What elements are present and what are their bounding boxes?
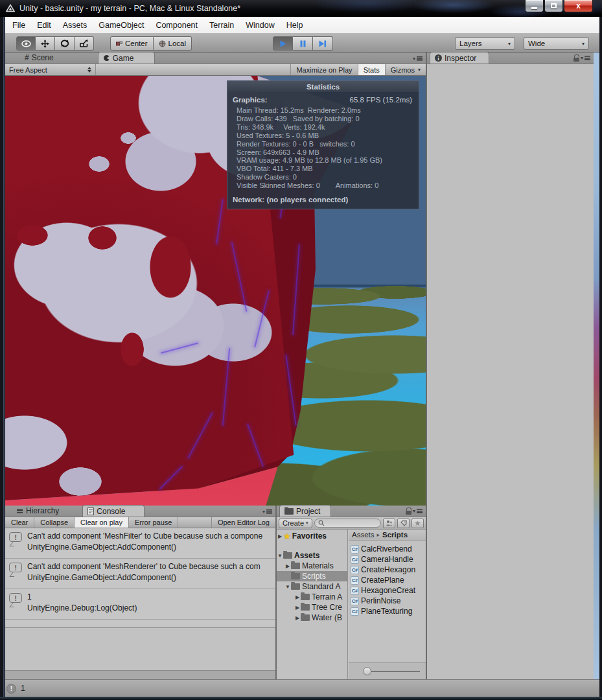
search-by-type-button[interactable] xyxy=(383,519,395,528)
tree-item-assets[interactable]: ▼ Assets xyxy=(277,550,347,561)
script-item[interactable]: C# PerlinNoise xyxy=(349,596,426,606)
console-message-row[interactable]: ! 1 UnityEngine.Debug:Log(Object) xyxy=(5,589,275,620)
project-file-list: Assets ▸ Scripts C# CalcRiverbend C# Cam… xyxy=(349,530,426,679)
lock-icon[interactable] xyxy=(406,508,411,515)
status-bar[interactable]: ! 1 xyxy=(1,679,601,697)
clear-on-play-label: Clear on play xyxy=(80,519,122,526)
menu-bars-icon xyxy=(417,509,423,513)
tab-project[interactable]: Project xyxy=(279,505,331,517)
console-message-row[interactable]: ! Can't add component 'MeshRenderer' to … xyxy=(5,559,275,589)
inspector-panel-menu[interactable]: ▾ xyxy=(573,54,594,64)
aspect-dropdown[interactable]: Free Aspect xyxy=(5,64,96,75)
tree-item-materials[interactable]: ▶ Materials xyxy=(277,561,347,571)
game-panel-menu[interactable]: ▾ xyxy=(413,56,426,64)
pivot-toggle-button[interactable]: Center xyxy=(110,36,154,51)
open-editor-log-button[interactable]: Open Editor Log xyxy=(211,517,275,528)
statistics-overlay: Statistics Graphics: 65.8 FPS (15.2ms) M… xyxy=(227,80,419,209)
project-panel-menu[interactable]: ▾ xyxy=(406,508,426,517)
aspect-label: Free Aspect xyxy=(9,66,47,74)
space-toggle-button[interactable]: Local xyxy=(154,36,192,51)
tree-item-standard-assets[interactable]: ▼ Standard A xyxy=(277,581,347,592)
collapse-arrow-icon[interactable]: ▼ xyxy=(277,553,283,559)
hand-tool-icon xyxy=(21,40,32,48)
breadcrumb-root[interactable]: Assets xyxy=(352,531,375,539)
tab-console[interactable]: Console xyxy=(82,505,145,517)
tab-game[interactable]: Game xyxy=(98,52,155,64)
chevron-down-icon: ▾ xyxy=(418,67,421,73)
tab-inspector[interactable]: i Inspector xyxy=(430,52,489,64)
script-name: HexagoneCreat xyxy=(361,586,415,595)
tree-item-scripts[interactable]: Scripts xyxy=(277,571,347,581)
console-project-divider[interactable] xyxy=(275,506,277,679)
menu-assets[interactable]: Assets xyxy=(57,18,93,32)
favorites-star-button[interactable]: ★ xyxy=(411,519,424,528)
stats-button[interactable]: Stats xyxy=(358,64,385,75)
create-button[interactable]: Create ▾ xyxy=(279,519,312,528)
tree-item-favorites[interactable]: ▶ ★ Favorites xyxy=(277,531,347,541)
search-by-label-button[interactable] xyxy=(397,519,410,528)
console-panel-menu[interactable]: ▾ xyxy=(262,509,275,517)
breadcrumb[interactable]: Assets ▸ Scripts xyxy=(349,530,426,541)
minimize-button[interactable] xyxy=(525,0,544,12)
scale-tool-button[interactable] xyxy=(75,36,94,51)
expand-arrow-icon[interactable]: ▶ xyxy=(294,615,301,621)
script-item[interactable]: C# CreateHexagon xyxy=(349,565,426,575)
search-input[interactable] xyxy=(314,519,381,528)
close-button[interactable]: x xyxy=(564,0,593,12)
game-viewport[interactable]: Statistics Graphics: 65.8 FPS (15.2ms) M… xyxy=(5,76,426,506)
menu-gameobject[interactable]: GameObject xyxy=(93,18,150,32)
step-button[interactable] xyxy=(313,36,333,51)
script-item[interactable]: C# CameraHandle xyxy=(349,554,426,565)
tree-item-terrain-assets[interactable]: ▶ Terrain A xyxy=(277,592,347,602)
menu-terrain[interactable]: Terrain xyxy=(203,18,240,32)
tree-label: Assets xyxy=(294,551,319,560)
expand-arrow-icon[interactable]: ▶ xyxy=(294,605,301,611)
tree-label: Materials xyxy=(302,561,334,570)
hand-tool-button[interactable] xyxy=(16,36,36,51)
pause-button[interactable] xyxy=(293,36,313,51)
lock-icon[interactable] xyxy=(573,54,579,62)
layers-dropdown[interactable]: Layers ▾ xyxy=(455,37,515,50)
expand-arrow-icon[interactable]: ▶ xyxy=(284,563,291,569)
console-message-row[interactable]: ! Can't add component 'MeshFilter' to Cu… xyxy=(5,528,275,559)
slider-knob[interactable] xyxy=(363,667,371,675)
collapse-arrow-icon[interactable]: ▼ xyxy=(284,584,291,590)
clear-label: Clear xyxy=(11,519,28,526)
csharp-script-icon: C# xyxy=(351,545,359,554)
play-button[interactable] xyxy=(273,36,293,51)
collapse-button[interactable]: Collapse xyxy=(34,517,75,528)
script-item[interactable]: C# CreatePlane xyxy=(349,575,426,585)
error-pause-button[interactable]: Error pause xyxy=(129,517,178,528)
clear-button[interactable]: Clear xyxy=(5,517,34,528)
menu-component[interactable]: Component xyxy=(150,18,203,32)
move-tool-button[interactable] xyxy=(36,36,55,51)
script-item[interactable]: C# PlaneTexturing xyxy=(349,606,426,616)
pivot-space-group: Center Local xyxy=(110,36,192,51)
slider-track[interactable] xyxy=(367,671,420,672)
maximize-on-play-label: Maximize on Play xyxy=(296,66,352,74)
hierarchy-tab-label: Hierarchy xyxy=(26,506,59,515)
menu-window[interactable]: Window xyxy=(240,18,280,32)
maximize-on-play-button[interactable]: Maximize on Play xyxy=(290,64,357,75)
stats-line: Shadow Casters: 0 xyxy=(227,173,419,181)
gizmos-button[interactable]: Gizmos ▾ xyxy=(385,64,426,75)
expand-arrow-icon[interactable]: ▶ xyxy=(277,533,283,539)
script-item[interactable]: C# CalcRiverbend xyxy=(349,544,426,554)
project-inspector-divider[interactable] xyxy=(426,52,427,679)
title-bar[interactable]: Unity - basic.unity - my terrain - PC, M… xyxy=(0,0,602,17)
menu-help[interactable]: Help xyxy=(281,18,309,32)
tree-item-water[interactable]: ▶ Water (B xyxy=(277,612,347,623)
layout-dropdown[interactable]: Wide ▾ xyxy=(524,37,589,50)
project-panel: Project ▾ Create ▾ xyxy=(277,506,426,679)
maximize-button[interactable] xyxy=(544,0,563,12)
script-item[interactable]: C# HexagoneCreat xyxy=(349,585,426,596)
clear-on-play-button[interactable]: Clear on play xyxy=(75,517,129,528)
console-detail-pane[interactable] xyxy=(5,627,275,670)
menu-file[interactable]: File xyxy=(6,18,31,32)
tab-hierarchy[interactable]: Hierarchy xyxy=(12,506,64,517)
menu-edit[interactable]: Edit xyxy=(31,18,57,32)
tab-scene[interactable]: # Scene xyxy=(19,53,59,64)
tree-item-tree-creator[interactable]: ▶ Tree Cre xyxy=(277,602,347,612)
expand-arrow-icon[interactable]: ▶ xyxy=(294,594,301,600)
rotate-tool-button[interactable] xyxy=(55,36,75,51)
